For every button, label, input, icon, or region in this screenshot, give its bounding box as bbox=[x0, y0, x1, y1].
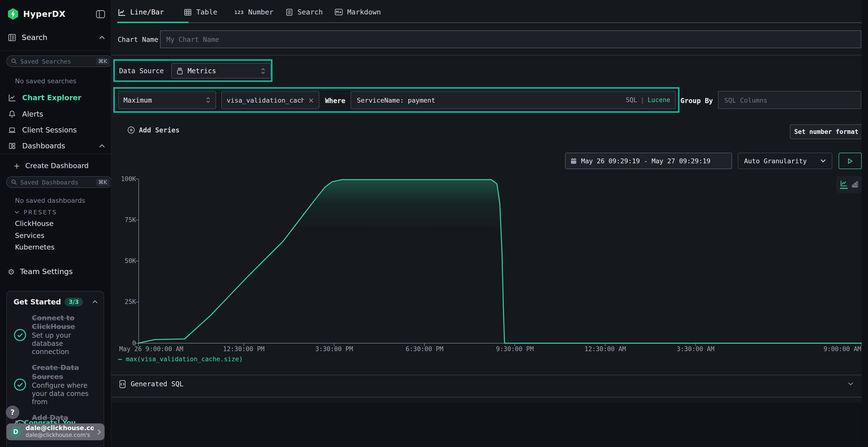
group-by-label: Group By bbox=[680, 97, 713, 105]
plus-circle-icon bbox=[127, 126, 135, 134]
sidebar-item-client-sessions[interactable]: Client Sessions bbox=[8, 124, 105, 136]
metrics-source-icon bbox=[177, 67, 183, 74]
y-tick-label: 25K bbox=[111, 299, 136, 306]
add-series-label: Add Series bbox=[139, 126, 180, 134]
team-settings-label: Team Settings bbox=[20, 267, 73, 276]
lucene-mode-toggle[interactable]: Lucene bbox=[648, 96, 670, 104]
checklist-item-desc: Configure where your data comes from bbox=[32, 381, 100, 406]
tab-table[interactable]: Table bbox=[184, 5, 217, 19]
time-range-picker[interactable]: May 26 09:29:19 - May 27 09:29:19 bbox=[565, 153, 732, 169]
tab-label: Markdown bbox=[347, 8, 381, 16]
active-tab-indicator bbox=[117, 22, 189, 23]
no-saved-dashboards-note: No saved dashboards bbox=[15, 197, 85, 204]
chevron-down-icon bbox=[848, 382, 854, 386]
sidebar-item-label: Alerts bbox=[22, 110, 43, 118]
tab-line-bar[interactable]: Line/Bar bbox=[118, 5, 164, 19]
legend-dash-icon: — bbox=[118, 355, 122, 363]
data-source-select[interactable]: Metrics bbox=[171, 63, 271, 78]
search-icon bbox=[11, 58, 17, 64]
create-dashboard-label: Create Dashboard bbox=[25, 162, 89, 170]
saved-searches-input[interactable]: Saved Searches ⌘K bbox=[6, 56, 112, 67]
chevron-up-icon[interactable] bbox=[99, 144, 105, 148]
chevron-up-icon[interactable] bbox=[92, 300, 98, 304]
tab-label: Line/Bar bbox=[130, 8, 164, 16]
sql-mode-toggle[interactable]: SQL bbox=[626, 96, 637, 104]
aggregation-value: Maximum bbox=[123, 96, 201, 104]
x-tick-label: 12:30:00 AM bbox=[585, 345, 626, 353]
chart-canvas[interactable] bbox=[138, 178, 861, 344]
remove-metric-icon[interactable]: × bbox=[308, 96, 314, 104]
checklist-item-connect[interactable]: Connect to ClickHouse Set up your databa… bbox=[13, 314, 101, 356]
metric-tag[interactable]: visa_validation_cach × bbox=[221, 91, 319, 109]
divider bbox=[0, 153, 111, 154]
scroll-gutter[interactable] bbox=[862, 0, 868, 447]
divider bbox=[111, 397, 868, 398]
set-number-format-button[interactable]: Set number format bbox=[790, 124, 863, 139]
saved-dashboards-input[interactable]: Saved Dashboards ⌘K bbox=[6, 176, 112, 188]
user-email: dale@clickhouse.com bbox=[26, 425, 94, 432]
tab-label: Table bbox=[196, 8, 217, 16]
team-settings-item[interactable]: ⚙ Team Settings bbox=[8, 265, 105, 278]
sidebar-item-label: Client Sessions bbox=[22, 126, 77, 134]
shortcut-badge: ⌘K bbox=[96, 58, 110, 65]
tab-label: Number bbox=[248, 8, 273, 16]
presets-header-label: PRESETS bbox=[24, 209, 57, 216]
x-tick-label: 6:30:00 PM bbox=[406, 345, 443, 353]
sidebar-item-dashboards[interactable]: Dashboards bbox=[8, 140, 105, 152]
dashboards-icon bbox=[8, 142, 17, 150]
y-tick-label: 50K bbox=[111, 257, 136, 265]
aggregation-select[interactable]: Maximum bbox=[118, 91, 216, 109]
sidebar: HyperDX Search Saved Searches ⌘K No save… bbox=[0, 0, 112, 447]
logo-row: HyperDX bbox=[8, 6, 105, 22]
search-icon bbox=[11, 179, 17, 185]
tab-number[interactable]: 123 Number bbox=[235, 5, 273, 19]
search-section-label: Search bbox=[22, 33, 94, 42]
y-tick-label: 100K bbox=[111, 175, 136, 182]
line-chart-icon bbox=[8, 94, 17, 102]
set-number-format-label: Set number format bbox=[794, 128, 858, 135]
check-circle-icon bbox=[13, 378, 27, 391]
preset-kubernetes[interactable]: Kubernetes bbox=[15, 243, 55, 251]
group-by-input[interactable] bbox=[718, 91, 861, 109]
tab-search[interactable]: Search bbox=[285, 5, 323, 19]
calendar-icon bbox=[570, 158, 577, 164]
help-button[interactable]: ? bbox=[6, 406, 19, 419]
data-source-label: Data Source bbox=[119, 67, 164, 75]
divider bbox=[0, 50, 111, 51]
create-dashboard-button[interactable]: + Create Dashboard bbox=[13, 160, 105, 172]
generated-sql-label: Generated SQL bbox=[131, 380, 184, 388]
tab-bar-divider bbox=[117, 22, 868, 23]
sidebar-item-chart-explorer[interactable]: Chart Explorer bbox=[8, 92, 105, 104]
user-org: dale@clickhouse.com's bbox=[26, 432, 94, 439]
chart-legend[interactable]: — max(visa_validation_cache.size) bbox=[118, 355, 243, 363]
tab-markdown[interactable]: Markdown bbox=[335, 5, 381, 19]
x-tick-label: 9:00:00 AM bbox=[824, 345, 861, 353]
checklist-item-datasources[interactable]: Create Data Sources Configure where your… bbox=[13, 364, 101, 406]
where-input[interactable]: ServiceName: payment SQL | Lucene bbox=[350, 91, 676, 109]
chevron-right-icon bbox=[97, 429, 101, 435]
collapse-sidebar-icon[interactable] bbox=[96, 10, 105, 18]
preset-services[interactable]: Services bbox=[15, 232, 44, 239]
select-chevrons-icon bbox=[206, 96, 211, 104]
preset-clickhouse[interactable]: ClickHouse bbox=[15, 220, 54, 227]
user-menu[interactable]: D dale@clickhouse.com dale@clickhouse.co… bbox=[6, 423, 105, 440]
generated-sql-toggle[interactable]: Generated SQL bbox=[119, 377, 854, 391]
add-series-button[interactable]: Add Series bbox=[127, 126, 180, 134]
chevron-up-icon[interactable] bbox=[99, 36, 105, 39]
run-query-button[interactable] bbox=[839, 153, 862, 169]
presets-header[interactable]: PRESETS bbox=[14, 209, 57, 216]
checklist-item-title: Connect to ClickHouse bbox=[32, 314, 100, 331]
hyperdx-logo-icon bbox=[8, 8, 18, 20]
markdown-icon bbox=[335, 9, 343, 15]
sidebar-section-search[interactable]: Search bbox=[8, 31, 105, 44]
sidebar-item-alerts[interactable]: Alerts bbox=[8, 108, 105, 121]
chart-name-input[interactable] bbox=[160, 30, 861, 48]
chevron-down-icon bbox=[14, 210, 19, 214]
123-icon: 123 bbox=[235, 9, 244, 15]
tab-label: Search bbox=[298, 8, 323, 16]
where-value: ServiceName: payment bbox=[357, 96, 626, 104]
bell-icon bbox=[8, 110, 17, 118]
granularity-select[interactable]: Auto Granularity bbox=[738, 153, 832, 169]
code-icon bbox=[119, 380, 126, 388]
time-range-value: May 26 09:29:19 - May 27 09:29:19 bbox=[581, 157, 710, 165]
